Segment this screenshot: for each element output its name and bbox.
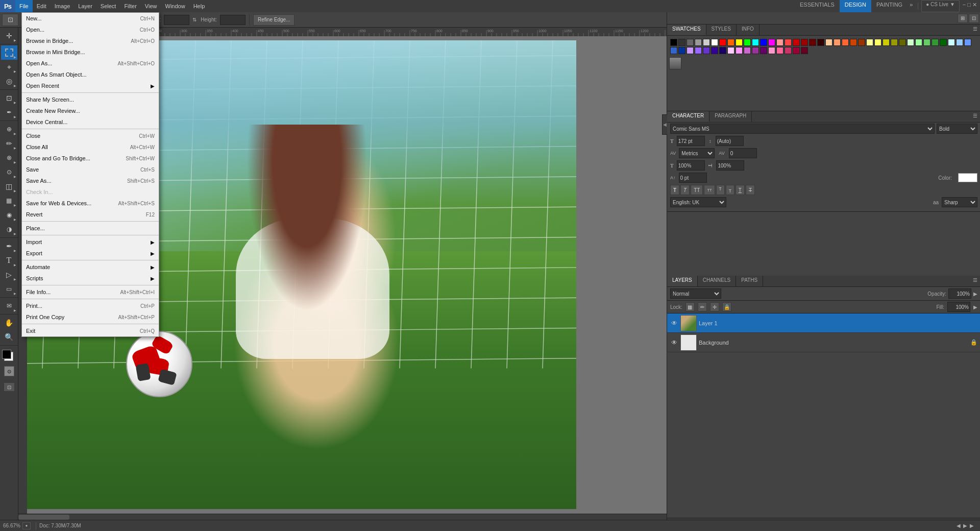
swatch-color[interactable]: [776, 39, 783, 46]
menu-item-scripts[interactable]: Scripts▶: [22, 273, 159, 284]
menu-item-print-one-copy[interactable]: Print One CopyAlt+Shift+Ctrl+P: [22, 311, 159, 323]
swatch-color[interactable]: [776, 47, 783, 54]
cs-live-button[interactable]: ● CS Live ▼: [921, 0, 960, 12]
swatch-color[interactable]: [964, 39, 971, 46]
menu-item-close[interactable]: CloseCtrl+W: [22, 130, 159, 141]
gradient-swatch[interactable]: [669, 57, 681, 69]
swatch-color[interactable]: [850, 39, 857, 46]
layer-eye-background[interactable]: 👁: [670, 339, 678, 347]
panel-icon-2[interactable]: ⊡: [969, 14, 979, 23]
tab-paths[interactable]: PATHS: [736, 276, 763, 286]
opacity-input[interactable]: [948, 288, 971, 299]
lock-transparent-btn[interactable]: ▦: [685, 302, 695, 311]
eyedropper-tool[interactable]: ✒▶: [1, 105, 17, 119]
layers-menu-btn[interactable]: ☰: [970, 276, 980, 286]
swatch-color[interactable]: [915, 39, 922, 46]
swatch-color[interactable]: [727, 47, 734, 54]
menu-item-automate[interactable]: Automate▶: [22, 261, 159, 273]
swatch-color[interactable]: [793, 39, 800, 46]
scale-h-input[interactable]: [677, 160, 705, 171]
window-controls[interactable]: − □ ✕: [960, 0, 980, 12]
scroll-thumb[interactable]: [18, 515, 69, 520]
menu-item-import[interactable]: Import▶: [22, 236, 159, 248]
menu-item-close-and-go-to-bridge---[interactable]: Close and Go To Bridge...Shift+Ctrl+W: [22, 153, 159, 164]
shape-tool[interactable]: ▭▶: [1, 282, 17, 296]
font-size-input[interactable]: [677, 136, 705, 146]
menu-item-revert[interactable]: RevertF12: [22, 209, 159, 220]
menu-item-new---[interactable]: New...Ctrl+N: [22, 13, 159, 24]
swatch-color[interactable]: [768, 39, 775, 46]
menu-item-browse-in-bridge---[interactable]: Browse in Bridge...Alt+Ctrl+O: [22, 35, 159, 46]
eraser-tool[interactable]: ◫▶: [1, 179, 17, 194]
small-caps-btn[interactable]: TT: [704, 185, 715, 195]
lasso-tool[interactable]: ⌖▶: [1, 60, 17, 74]
swatch-color[interactable]: [825, 39, 832, 46]
zoom-tool[interactable]: 🔍: [1, 330, 17, 344]
menu-item-create-new-review---[interactable]: Create New Review...: [22, 105, 159, 116]
tab-info[interactable]: INFO: [737, 25, 760, 35]
layer-eye-1[interactable]: 👁: [670, 319, 678, 327]
swatch-color[interactable]: [834, 39, 841, 46]
workspace-more[interactable]: »: [908, 0, 915, 12]
menu-edit[interactable]: Edit: [33, 0, 51, 12]
swatch-color[interactable]: [719, 39, 726, 46]
menu-item-file-info---[interactable]: File Info...Alt+Shift+Ctrl+I: [22, 286, 159, 298]
menu-item-open-recent[interactable]: Open Recent▶: [22, 80, 159, 91]
clone-stamp-tool[interactable]: ⊗▶: [1, 151, 17, 165]
menu-window[interactable]: Window: [161, 0, 189, 12]
swatch-color[interactable]: [891, 39, 898, 46]
panel-collapse-btn[interactable]: ◀: [662, 114, 667, 135]
swatch-color[interactable]: [678, 39, 685, 46]
height-input[interactable]: [220, 15, 246, 25]
fill-arrow[interactable]: ▶: [973, 304, 977, 310]
menu-item-export[interactable]: Export▶: [22, 248, 159, 259]
fill-input[interactable]: [947, 302, 970, 312]
status-arrow-right[interactable]: ▶: [970, 523, 974, 528]
workspace-essentials[interactable]: ESSENTIALS: [795, 0, 840, 12]
swatch-color[interactable]: [670, 47, 677, 54]
swatch-color[interactable]: [695, 47, 702, 54]
layer-row-background[interactable]: 👁 Background 🔒: [667, 333, 980, 352]
notes-tool[interactable]: ✉▶: [1, 299, 17, 313]
swatch-color[interactable]: [883, 39, 890, 46]
tool-preset-picker[interactable]: ⊡: [2, 14, 18, 26]
scale-v-input[interactable]: [716, 160, 744, 171]
hand-tool[interactable]: ✋: [1, 316, 17, 330]
layer-row-1[interactable]: 👁 Layer 1: [667, 313, 980, 333]
menu-item-browse-in-mini-bridge---[interactable]: Browse in Mini Bridge...: [22, 46, 159, 58]
swatch-color[interactable]: [687, 39, 694, 46]
panel-icon-1[interactable]: ⊞: [958, 14, 968, 23]
swatch-color[interactable]: [719, 47, 726, 54]
swatch-color[interactable]: [907, 39, 914, 46]
swatch-color[interactable]: [744, 47, 751, 54]
path-selection-tool[interactable]: ▷▶: [1, 268, 17, 282]
status-icon[interactable]: ●: [22, 522, 31, 529]
swatch-color[interactable]: [793, 47, 800, 54]
swatch-color[interactable]: [874, 39, 881, 46]
status-arrow-left[interactable]: ◀: [957, 523, 961, 528]
quick-mask-toggle[interactable]: ⊙: [4, 366, 14, 376]
menu-item-save-as---[interactable]: Save As...Shift+Ctrl+S: [22, 175, 159, 186]
swatch-color[interactable]: [842, 39, 849, 46]
opacity-arrow[interactable]: ▶: [973, 291, 977, 297]
superscript-btn[interactable]: T: [716, 185, 725, 195]
baseline-input[interactable]: [679, 173, 707, 183]
swatch-color[interactable]: [899, 39, 906, 46]
menu-item-share-my-screen---[interactable]: Share My Screen...: [22, 94, 159, 105]
horizontal-scrollbar[interactable]: [18, 514, 667, 520]
swatch-color[interactable]: [948, 39, 955, 46]
quick-select-tool[interactable]: ◎▶: [1, 74, 17, 88]
underline-btn[interactable]: T: [736, 185, 745, 195]
healing-brush-tool[interactable]: ⊕▶: [1, 122, 17, 136]
brush-tool[interactable]: ✏▶: [1, 136, 17, 151]
tab-layers[interactable]: LAYERS: [667, 276, 698, 286]
swatch-color[interactable]: [711, 39, 718, 46]
blend-mode-select[interactable]: Normal Multiply Screen: [670, 288, 721, 299]
menu-item-place---[interactable]: Place...: [22, 223, 159, 234]
menu-select[interactable]: Select: [96, 0, 120, 12]
swatch-color[interactable]: [932, 39, 939, 46]
subscript-btn[interactable]: T: [726, 185, 734, 195]
menu-layer[interactable]: Layer: [74, 0, 96, 12]
lock-image-btn[interactable]: ✏: [698, 302, 707, 311]
swatch-color[interactable]: [866, 39, 873, 46]
